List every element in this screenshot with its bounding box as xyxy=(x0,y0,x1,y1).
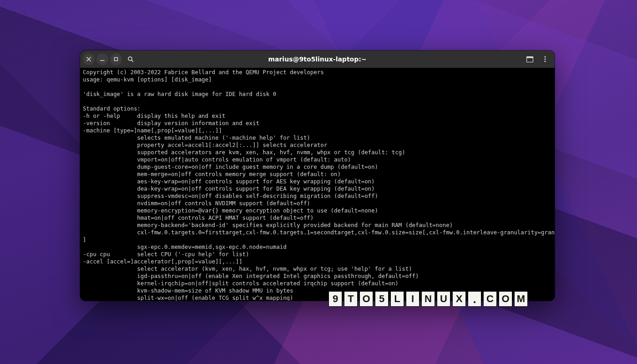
watermark-tile: M xyxy=(514,291,528,307)
terminal-output[interactable]: Copyright (c) 2003-2022 Fabrice Bellard … xyxy=(80,68,555,301)
svg-rect-3 xyxy=(526,56,533,58)
watermark-tile: I xyxy=(406,291,420,307)
watermark-tile: N xyxy=(421,291,435,307)
svg-rect-0 xyxy=(115,58,118,61)
watermark-tile: U xyxy=(437,291,450,307)
close-button[interactable] xyxy=(83,53,95,65)
kebab-icon xyxy=(544,56,546,62)
watermark-tile: C xyxy=(483,291,497,307)
watermark-tile: X xyxy=(452,291,466,307)
watermark-tile: . xyxy=(468,291,481,307)
terminal-icon xyxy=(526,56,533,62)
minimize-button[interactable] xyxy=(96,53,108,65)
search-button[interactable] xyxy=(124,53,137,65)
watermark-tile: O xyxy=(499,291,512,307)
new-tab-button[interactable] xyxy=(523,53,536,65)
svg-point-4 xyxy=(545,56,546,58)
watermark-tile: 9 xyxy=(329,291,342,307)
menu-button[interactable] xyxy=(538,53,552,65)
watermark-tile: O xyxy=(359,291,373,307)
maximize-button[interactable] xyxy=(110,53,122,65)
window-title: marius@9to5linux-laptop:~ xyxy=(80,56,555,63)
watermark-tile: 5 xyxy=(375,291,389,307)
watermark: 9TO5LINUX.COM xyxy=(329,291,528,307)
svg-point-6 xyxy=(545,61,546,62)
watermark-tile: T xyxy=(344,291,358,307)
window-titlebar[interactable]: marius@9to5linux-laptop:~ xyxy=(80,51,555,68)
terminal-window: marius@9to5linux-laptop:~ Copyright (c) … xyxy=(80,51,555,301)
watermark-tile: L xyxy=(390,291,404,307)
svg-point-5 xyxy=(545,59,546,60)
search-icon xyxy=(127,56,134,62)
